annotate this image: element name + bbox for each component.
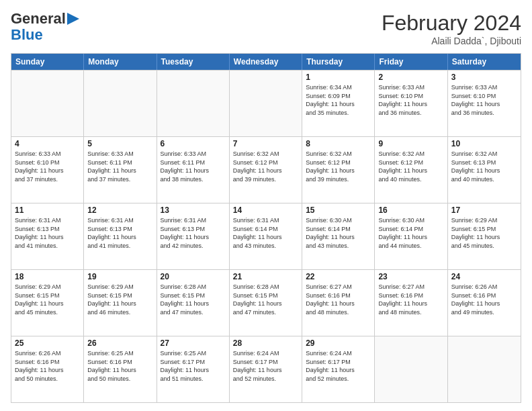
day-number-2-2: 13 — [161, 205, 226, 215]
calendar-cell-3-0: 18Sunrise: 6:29 AM Sunset: 6:15 PM Dayli… — [11, 270, 84, 336]
day-number-2-1: 12 — [87, 205, 152, 215]
day-info-1-3: Sunrise: 6:32 AM Sunset: 6:12 PM Dayligh… — [233, 150, 298, 183]
calendar-cell-1-1: 5Sunrise: 6:33 AM Sunset: 6:11 PM Daylig… — [84, 137, 157, 203]
calendar-cell-0-3 — [230, 71, 302, 136]
calendar-cell-2-0: 11Sunrise: 6:31 AM Sunset: 6:13 PM Dayli… — [11, 203, 84, 269]
day-info-4-2: Sunrise: 6:25 AM Sunset: 6:17 PM Dayligh… — [161, 349, 226, 383]
day-info-0-5: Sunrise: 6:33 AM Sunset: 6:10 PM Dayligh… — [378, 83, 443, 117]
day-info-2-5: Sunrise: 6:30 AM Sunset: 6:14 PM Dayligh… — [378, 216, 443, 250]
day-info-1-1: Sunrise: 6:33 AM Sunset: 6:11 PM Dayligh… — [87, 150, 152, 183]
calendar-cell-0-0 — [11, 71, 84, 136]
calendar-header: Sunday Monday Tuesday Wednesday Thursday… — [11, 54, 521, 70]
day-number-1-6: 10 — [451, 139, 517, 148]
day-info-4-4: Sunrise: 6:24 AM Sunset: 6:17 PM Dayligh… — [306, 349, 371, 383]
day-number-2-0: 11 — [15, 205, 80, 215]
day-info-1-0: Sunrise: 6:33 AM Sunset: 6:10 PM Dayligh… — [15, 150, 80, 183]
calendar-cell-0-6: 3Sunrise: 6:33 AM Sunset: 6:10 PM Daylig… — [448, 71, 521, 136]
header-saturday: Saturday — [448, 54, 521, 70]
day-info-4-1: Sunrise: 6:25 AM Sunset: 6:16 PM Dayligh… — [87, 349, 152, 383]
calendar-cell-0-4: 1Sunrise: 6:34 AM Sunset: 6:09 PM Daylig… — [302, 71, 375, 136]
day-number-1-4: 8 — [306, 139, 371, 148]
calendar-row-2: 11Sunrise: 6:31 AM Sunset: 6:13 PM Dayli… — [11, 203, 521, 269]
location-subtitle: Alaili Dadda`, Djibouti — [382, 36, 521, 46]
day-number-0-6: 3 — [451, 73, 517, 82]
calendar-cell-3-5: 23Sunrise: 6:27 AM Sunset: 6:16 PM Dayli… — [375, 270, 447, 336]
calendar-grid: Sunday Monday Tuesday Wednesday Thursday… — [11, 53, 521, 403]
day-number-3-3: 21 — [233, 272, 298, 281]
logo-blue-text: Blue — [11, 27, 79, 43]
day-number-2-6: 17 — [451, 205, 517, 215]
calendar-cell-1-3: 7Sunrise: 6:32 AM Sunset: 6:12 PM Daylig… — [230, 137, 302, 203]
day-info-0-4: Sunrise: 6:34 AM Sunset: 6:09 PM Dayligh… — [306, 83, 371, 117]
header-tuesday: Tuesday — [157, 54, 230, 70]
calendar-cell-2-2: 13Sunrise: 6:31 AM Sunset: 6:13 PM Dayli… — [157, 203, 230, 269]
day-info-3-4: Sunrise: 6:27 AM Sunset: 6:16 PM Dayligh… — [306, 283, 371, 316]
day-number-3-0: 18 — [15, 272, 80, 281]
day-number-2-5: 16 — [378, 205, 443, 215]
day-info-0-6: Sunrise: 6:33 AM Sunset: 6:10 PM Dayligh… — [451, 83, 517, 117]
day-number-0-5: 2 — [378, 73, 443, 82]
day-info-2-6: Sunrise: 6:29 AM Sunset: 6:15 PM Dayligh… — [451, 216, 517, 250]
day-info-3-0: Sunrise: 6:29 AM Sunset: 6:15 PM Dayligh… — [15, 283, 80, 316]
calendar-cell-3-4: 22Sunrise: 6:27 AM Sunset: 6:16 PM Dayli… — [302, 270, 375, 336]
day-info-3-5: Sunrise: 6:27 AM Sunset: 6:16 PM Dayligh… — [378, 283, 443, 316]
calendar-row-1: 4Sunrise: 6:33 AM Sunset: 6:10 PM Daylig… — [11, 136, 521, 203]
calendar-cell-2-4: 15Sunrise: 6:30 AM Sunset: 6:14 PM Dayli… — [302, 203, 375, 269]
day-number-1-1: 5 — [87, 139, 152, 148]
calendar-cell-3-6: 24Sunrise: 6:26 AM Sunset: 6:16 PM Dayli… — [448, 270, 521, 336]
day-number-3-1: 19 — [87, 272, 152, 281]
calendar-cell-4-4: 29Sunrise: 6:24 AM Sunset: 6:17 PM Dayli… — [302, 336, 375, 402]
day-info-1-2: Sunrise: 6:33 AM Sunset: 6:11 PM Dayligh… — [161, 150, 226, 183]
calendar-row-0: 1Sunrise: 6:34 AM Sunset: 6:09 PM Daylig… — [11, 70, 521, 136]
calendar-cell-3-3: 21Sunrise: 6:28 AM Sunset: 6:15 PM Dayli… — [230, 270, 302, 336]
calendar-cell-1-6: 10Sunrise: 6:32 AM Sunset: 6:13 PM Dayli… — [448, 137, 521, 203]
day-number-4-3: 28 — [233, 338, 298, 348]
calendar-cell-3-2: 20Sunrise: 6:28 AM Sunset: 6:15 PM Dayli… — [157, 270, 230, 336]
calendar-row-4: 25Sunrise: 6:26 AM Sunset: 6:16 PM Dayli… — [11, 336, 521, 402]
day-number-4-1: 26 — [87, 338, 152, 348]
day-info-3-2: Sunrise: 6:28 AM Sunset: 6:15 PM Dayligh… — [161, 283, 226, 316]
calendar-cell-1-4: 8Sunrise: 6:32 AM Sunset: 6:12 PM Daylig… — [302, 137, 375, 203]
day-number-1-0: 4 — [15, 139, 80, 148]
day-info-1-6: Sunrise: 6:32 AM Sunset: 6:13 PM Dayligh… — [451, 150, 517, 183]
day-number-1-3: 7 — [233, 139, 298, 148]
calendar-cell-1-2: 6Sunrise: 6:33 AM Sunset: 6:11 PM Daylig… — [157, 137, 230, 203]
calendar-body: 1Sunrise: 6:34 AM Sunset: 6:09 PM Daylig… — [11, 70, 521, 402]
logo-general-text: General — [11, 11, 66, 27]
calendar-cell-1-0: 4Sunrise: 6:33 AM Sunset: 6:10 PM Daylig… — [11, 137, 84, 203]
header-sunday: Sunday — [11, 54, 84, 70]
day-number-4-0: 25 — [15, 338, 80, 348]
calendar-cell-1-5: 9Sunrise: 6:32 AM Sunset: 6:12 PM Daylig… — [375, 137, 447, 203]
logo-flag-icon — [67, 13, 79, 25]
day-info-1-5: Sunrise: 6:32 AM Sunset: 6:12 PM Dayligh… — [378, 150, 443, 183]
header-monday: Monday — [84, 54, 157, 70]
day-info-3-6: Sunrise: 6:26 AM Sunset: 6:16 PM Dayligh… — [451, 283, 517, 316]
calendar-cell-2-6: 17Sunrise: 6:29 AM Sunset: 6:15 PM Dayli… — [448, 203, 521, 269]
day-info-1-4: Sunrise: 6:32 AM Sunset: 6:12 PM Dayligh… — [306, 150, 371, 183]
day-info-3-3: Sunrise: 6:28 AM Sunset: 6:15 PM Dayligh… — [233, 283, 298, 316]
calendar-cell-4-0: 25Sunrise: 6:26 AM Sunset: 6:16 PM Dayli… — [11, 336, 84, 402]
day-number-2-4: 15 — [306, 205, 371, 215]
day-number-0-4: 1 — [306, 73, 371, 82]
calendar-cell-0-1 — [84, 71, 157, 136]
calendar-cell-0-5: 2Sunrise: 6:33 AM Sunset: 6:10 PM Daylig… — [375, 71, 447, 136]
day-number-3-5: 23 — [378, 272, 443, 281]
day-info-4-0: Sunrise: 6:26 AM Sunset: 6:16 PM Dayligh… — [15, 349, 80, 383]
calendar-cell-3-1: 19Sunrise: 6:29 AM Sunset: 6:15 PM Dayli… — [84, 270, 157, 336]
header-friday: Friday — [375, 54, 447, 70]
calendar-cell-4-5 — [375, 336, 447, 402]
logo: General Blue — [11, 11, 79, 43]
month-year-title: February 2024 — [382, 11, 521, 36]
day-number-3-2: 20 — [161, 272, 226, 281]
header-thursday: Thursday — [302, 54, 375, 70]
svg-marker-0 — [67, 13, 79, 25]
header-wednesday: Wednesday — [230, 54, 302, 70]
calendar-cell-4-6 — [448, 336, 521, 402]
calendar-row-3: 18Sunrise: 6:29 AM Sunset: 6:15 PM Dayli… — [11, 269, 521, 336]
calendar-cell-0-2 — [157, 71, 230, 136]
calendar-page: General Blue February 2024 Alaili Dadda`… — [0, 0, 532, 411]
day-info-2-1: Sunrise: 6:31 AM Sunset: 6:13 PM Dayligh… — [87, 216, 152, 250]
day-info-4-3: Sunrise: 6:24 AM Sunset: 6:17 PM Dayligh… — [233, 349, 298, 383]
page-header: General Blue February 2024 Alaili Dadda`… — [11, 11, 521, 46]
day-number-4-4: 29 — [306, 338, 371, 348]
